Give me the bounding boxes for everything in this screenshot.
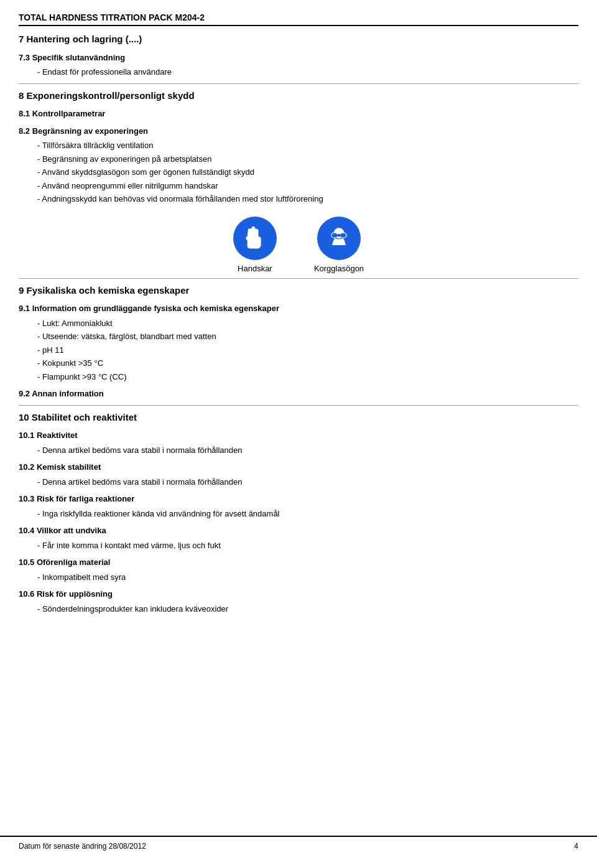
subsection-82-bullet3: Använd skyddsglasögon som ger ögonen ful… bbox=[37, 166, 578, 179]
subsection-105-bullet1: Inkompatibelt med syra bbox=[37, 571, 578, 584]
divider-9-10 bbox=[19, 405, 578, 406]
subsection-82-heading: 8.2 Begränsning av exponeringen bbox=[19, 125, 578, 138]
section-10: 10 Stabilitet och reaktivitet 10.1 Reakt… bbox=[19, 411, 578, 615]
subsection-82-bullet5: Andningsskydd kan behövas vid onormala f… bbox=[37, 193, 578, 205]
document-title: TOTAL HARDNESS TITRATION PACK M204-2 bbox=[19, 12, 205, 22]
section-7: 7 Hantering och lagring (....) 7.3 Speci… bbox=[19, 32, 578, 78]
subsection-91-bullet2: Utseende: vätska, färglöst, blandbart me… bbox=[37, 330, 578, 343]
safety-icons-row: Handskar bbox=[19, 217, 578, 273]
footer-page-number: 4 bbox=[574, 842, 578, 851]
section-9-heading: 9 Fysikaliska och kemiska egenskaper bbox=[19, 284, 578, 298]
section-8-heading: 8 Exponeringskontroll/personligt skydd bbox=[19, 89, 578, 103]
subsection-106-bullet1: Sönderdelningsprodukter kan inkludera kv… bbox=[37, 603, 578, 615]
subsection-73-bullet1: Endast för professionella användare bbox=[37, 66, 578, 78]
gloves-icon-block: Handskar bbox=[233, 217, 277, 273]
subsection-81-heading: 8.1 Kontrollparametrar bbox=[19, 108, 578, 120]
subsection-73-heading: 7.3 Specifik slutanvändning bbox=[19, 52, 578, 64]
subsection-101-bullet1: Denna artikel bedöms vara stabil i norma… bbox=[37, 444, 578, 457]
svg-rect-4 bbox=[338, 234, 340, 236]
divider-7-8 bbox=[19, 83, 578, 84]
page: TOTAL HARDNESS TITRATION PACK M204-2 7 H… bbox=[0, 0, 597, 868]
subsection-82-bullet1: Tillförsäkra tillräcklig ventilation bbox=[37, 139, 578, 152]
goggles-icon-label: Korgglasögon bbox=[314, 264, 364, 273]
gloves-icon-label: Handskar bbox=[238, 264, 272, 273]
subsection-91-bullet4: Kokpunkt >35 °C bbox=[37, 357, 578, 370]
subsection-102-heading: 10.2 Kemisk stabilitet bbox=[19, 461, 578, 474]
subsection-104-heading: 10.4 Villkor att undvika bbox=[19, 525, 578, 537]
goggles-svg bbox=[325, 225, 353, 252]
subsection-106-heading: 10.6 Risk för upplösning bbox=[19, 588, 578, 600]
subsection-105-heading: 10.5 Oförenliga material bbox=[19, 556, 578, 569]
subsection-101-heading: 10.1 Reaktivitet bbox=[19, 429, 578, 442]
goggles-icon-circle bbox=[317, 217, 361, 260]
divider-8-9 bbox=[19, 278, 578, 279]
goggles-icon-block: Korgglasögon bbox=[314, 217, 364, 273]
section-9: 9 Fysikaliska och kemiska egenskaper 9.1… bbox=[19, 284, 578, 400]
subsection-82-bullet2: Begränsning av exponeringen på arbetspla… bbox=[37, 153, 578, 166]
section-10-heading: 10 Stabilitet och reaktivitet bbox=[19, 411, 578, 425]
subsection-103-heading: 10.3 Risk för farliga reaktioner bbox=[19, 493, 578, 505]
subsection-103-bullet1: Inga riskfyllda reaktioner kända vid anv… bbox=[37, 508, 578, 520]
subsection-102-bullet1: Denna artikel bedöms vara stabil i norma… bbox=[37, 476, 578, 488]
subsection-91-bullet5: Flampunkt >93 °C (CC) bbox=[37, 371, 578, 383]
gloves-icon-circle bbox=[233, 217, 277, 260]
subsection-91-heading: 9.1 Information om grundläggande fysiska… bbox=[19, 302, 578, 315]
subsection-82-bullet4: Använd neoprengummi eller nitrilgumm han… bbox=[37, 180, 578, 192]
svg-point-2 bbox=[331, 233, 338, 238]
gloves-svg bbox=[241, 225, 269, 252]
subsection-91-bullet1: Lukt: Ammoniaklukt bbox=[37, 317, 578, 330]
page-footer: Datum för senaste ändring 28/08/2012 4 bbox=[0, 836, 597, 856]
svg-point-3 bbox=[340, 233, 346, 238]
subsection-104-bullet1: Får inte komma i kontakt med värme, ljus… bbox=[37, 539, 578, 552]
section-7-heading: 7 Hantering och lagring (....) bbox=[19, 32, 578, 47]
page-header: TOTAL HARDNESS TITRATION PACK M204-2 bbox=[19, 12, 578, 26]
footer-date: Datum för senaste ändring 28/08/2012 bbox=[19, 842, 146, 851]
section-8: 8 Exponeringskontroll/personligt skydd 8… bbox=[19, 89, 578, 273]
subsection-91-bullet3: pH 11 bbox=[37, 344, 578, 357]
subsection-92-heading: 9.2 Annan information bbox=[19, 388, 578, 400]
